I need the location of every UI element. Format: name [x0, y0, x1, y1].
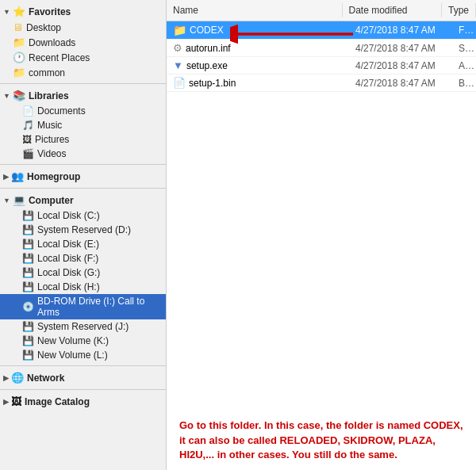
computer-icon: 💻: [13, 194, 25, 206]
sidebar-item-local-disk-e[interactable]: 💾 Local Disk (E:): [0, 237, 166, 251]
sidebar-item-label: Local Disk (G:): [37, 267, 100, 278]
disk-icon: 💾: [22, 239, 34, 250]
sidebar-item-local-disk-f[interactable]: 💾 Local Disk (F:): [0, 251, 166, 266]
divider: [0, 365, 166, 366]
image-catalog-label: Image Catalog: [25, 396, 90, 407]
divider: [0, 389, 166, 390]
disk-icon: 💾: [22, 350, 34, 361]
sidebar-item-label: Videos: [37, 148, 66, 159]
file-icon: 📄: [173, 77, 186, 89]
col-header-type[interactable]: Type: [442, 3, 476, 17]
file-cell-name: 📁 CODEX: [167, 24, 349, 36]
file-list: 📁 CODEX 4/27/2018 8:47 AM File f: [167, 21, 476, 404]
sidebar-item-pictures[interactable]: 🖼 Pictures: [0, 132, 166, 147]
sidebar-item-music[interactable]: 🎵 Music: [0, 118, 166, 132]
libraries-label: Libraries: [29, 90, 69, 101]
sidebar-item-common[interactable]: 📁 common: [0, 65, 166, 80]
disk-icon: 💾: [22, 210, 34, 221]
sidebar-item-videos[interactable]: 🎬 Videos: [0, 147, 166, 161]
setup-icon: ⚙: [173, 42, 182, 54]
sidebar-item-label: Documents: [37, 105, 86, 117]
divider: [0, 188, 166, 189]
bdrom-icon: 💿: [22, 301, 34, 312]
sidebar-item-label: System Reserved (J:): [37, 321, 129, 332]
sidebar-header-image-catalog[interactable]: ▶ 🖼 Image Catalog: [0, 393, 166, 410]
col-type-label: Type: [448, 5, 469, 16]
sidebar-item-label: Desktop: [26, 22, 61, 33]
file-cell-date: 4/27/2018 8:47 AM: [349, 78, 452, 89]
sidebar-section-computer: ▼ 💻 Computer 💾 Local Disk (C:) 💾 System …: [0, 192, 166, 362]
sidebar-item-downloads[interactable]: 📁 Downloads: [0, 35, 166, 50]
sidebar: ▼ ⭐ Favorites 🖥 Desktop 📁 Downloads 🕐 Re…: [0, 0, 167, 470]
sidebar-item-label: Local Disk (H:): [37, 281, 100, 292]
file-cell-date: 4/27/2018 8:47 AM: [349, 60, 452, 71]
sidebar-item-recent-places[interactable]: 🕐 Recent Places: [0, 50, 166, 65]
homegroup-icon: 👥: [11, 170, 24, 182]
sidebar-item-label: New Volume (K:): [37, 335, 109, 346]
chevron-image-catalog-icon: ▶: [3, 398, 9, 406]
col-header-date[interactable]: Date modified: [343, 3, 442, 17]
column-headers: Name Date modified Type: [167, 0, 476, 21]
sidebar-item-bdrom-i[interactable]: 💿 BD-ROM Drive (I:) Call to Arms: [0, 294, 166, 319]
disk-icon: 💾: [22, 224, 34, 235]
file-cell-type: BIN f: [452, 78, 476, 89]
file-name-autorun: autorun.inf: [186, 43, 231, 54]
sidebar-item-label: Local Disk (F:): [37, 253, 98, 264]
sidebar-item-label: System Reserved (D:): [37, 224, 131, 235]
file-cell-name: ⚙ autorun.inf: [167, 42, 349, 54]
col-header-name[interactable]: Name: [167, 3, 343, 17]
disk-icon: 💾: [22, 281, 34, 292]
sidebar-item-system-reserved-d[interactable]: 💾 System Reserved (D:): [0, 223, 166, 237]
sidebar-section-homegroup: ▶ 👥 Homegroup: [0, 168, 166, 185]
chevron-homegroup-icon: ▶: [3, 173, 9, 181]
computer-label: Computer: [29, 195, 74, 206]
exe-icon: ▼: [173, 59, 183, 71]
file-cell-type: Setup: [452, 43, 476, 54]
sidebar-item-documents[interactable]: 📄 Documents: [0, 104, 166, 118]
sidebar-header-network[interactable]: ▶ 🌐 Network: [0, 369, 166, 386]
sidebar-section-network: ▶ 🌐 Network: [0, 369, 166, 386]
sidebar-item-local-disk-c[interactable]: 💾 Local Disk (C:): [0, 208, 166, 223]
sidebar-header-computer[interactable]: ▼ 💻 Computer: [0, 192, 166, 208]
folder-icon: 🖥: [13, 21, 23, 33]
sidebar-item-new-volume-l[interactable]: 💾 New Volume (L:): [0, 348, 166, 362]
network-icon: 🌐: [11, 372, 24, 384]
file-row-autorun[interactable]: ⚙ autorun.inf 4/27/2018 8:47 AM Setup: [167, 40, 476, 57]
sidebar-item-local-disk-g[interactable]: 💾 Local Disk (G:): [0, 266, 166, 280]
annotation-area: Go to this folder. In this case, the fol…: [167, 404, 476, 470]
image-catalog-icon: 🖼: [11, 395, 21, 407]
sidebar-item-label: common: [29, 67, 65, 78]
col-date-label: Date modified: [349, 5, 408, 16]
divider: [0, 83, 166, 84]
sidebar-item-new-volume-k[interactable]: 💾 New Volume (K:): [0, 334, 166, 348]
col-name-label: Name: [173, 5, 198, 16]
sidebar-section-libraries: ▼ 📚 Libraries 📄 Documents 🎵 Music 🖼 Pict…: [0, 87, 166, 161]
sidebar-item-local-disk-h[interactable]: 💾 Local Disk (H:): [0, 280, 166, 294]
file-name-setup-bin: setup-1.bin: [189, 78, 236, 89]
file-row-codex[interactable]: 📁 CODEX 4/27/2018 8:47 AM File f: [167, 21, 476, 40]
sidebar-item-label: New Volume (L:): [37, 350, 108, 361]
file-cell-type: File f: [452, 25, 476, 36]
star-icon: ⭐: [13, 6, 25, 17]
sidebar-header-favorites[interactable]: ▼ ⭐ Favorites: [0, 3, 166, 20]
file-row-setup-exe[interactable]: ▼ setup.exe 4/27/2018 8:47 AM Appli: [167, 57, 476, 75]
file-cell-name: 📄 setup-1.bin: [167, 77, 349, 89]
sidebar-header-homegroup[interactable]: ▶ 👥 Homegroup: [0, 168, 166, 185]
music-icon: 🎵: [22, 120, 34, 131]
sidebar-item-label: BD-ROM Drive (I:) Call to Arms: [37, 296, 163, 318]
pictures-icon: 🖼: [22, 134, 32, 145]
folder-icon: 📁: [13, 36, 25, 48]
disk-icon: 💾: [22, 335, 34, 346]
annotation-text: Go to this folder. In this case, the fol…: [179, 418, 463, 462]
sidebar-item-label: Local Disk (E:): [37, 239, 99, 250]
sidebar-header-libraries[interactable]: ▼ 📚 Libraries: [0, 87, 166, 104]
main-content: Name Date modified Type 📁 CODEX 4/27/201…: [167, 0, 476, 470]
sidebar-item-system-reserved-j[interactable]: 💾 System Reserved (J:): [0, 319, 166, 334]
sidebar-section-favorites: ▼ ⭐ Favorites 🖥 Desktop 📁 Downloads 🕐 Re…: [0, 3, 166, 80]
sidebar-item-label: Pictures: [35, 134, 69, 145]
disk-icon: 💾: [22, 267, 34, 278]
chevron-libraries-icon: ▼: [3, 92, 10, 100]
sidebar-item-label: Music: [37, 120, 62, 131]
file-row-setup-bin[interactable]: 📄 setup-1.bin 4/27/2018 8:47 AM BIN f: [167, 75, 476, 92]
sidebar-item-desktop[interactable]: 🖥 Desktop: [0, 20, 166, 35]
